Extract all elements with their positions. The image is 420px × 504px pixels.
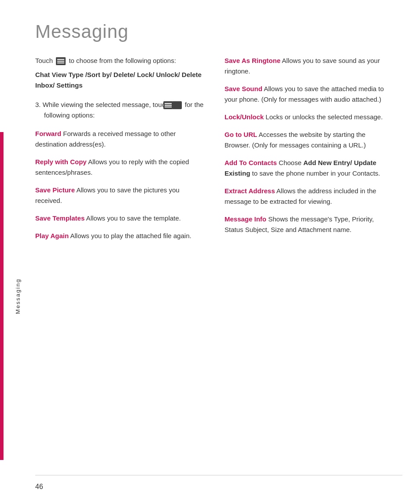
feature-add-to-contacts: Add To Contacts Choose Add New Entry/ Up… xyxy=(225,158,392,179)
feature-label-reply-with-copy: Reply with Copy xyxy=(35,158,87,166)
left-column: Touch to choose from the following optio… xyxy=(35,55,220,248)
feature-message-info: Message Info Shows the message's Type, P… xyxy=(225,214,392,235)
intro-text: Touch to choose from the following optio… xyxy=(35,55,207,66)
feature-extract-address: Extract Address Allows the address inclu… xyxy=(225,186,392,207)
feature-label-save-as-ringtone: Save As Ringtone xyxy=(225,57,280,64)
step-text: 3. While viewing the selected message, t… xyxy=(35,99,207,121)
feature-label-extract-address: Extract Address xyxy=(225,187,275,195)
feature-play-again: Play Again Allows you to play the attach… xyxy=(35,231,207,241)
svg-rect-6 xyxy=(165,105,172,106)
feature-label-lock-unlock: Lock/Unlock xyxy=(225,113,264,121)
feature-desc-save-templates: Allows you to save the template. xyxy=(85,214,181,222)
bold-options: Chat View Type /Sort by/ Delete/ Lock/ U… xyxy=(35,70,207,91)
feature-desc-add-to-contacts-pre: Choose xyxy=(277,159,303,166)
step-section: 3. While viewing the selected message, t… xyxy=(35,99,207,121)
choose-text: to choose from the following options: xyxy=(69,57,176,64)
menu-icon-touch xyxy=(56,57,66,65)
step3-text: 3. While viewing the selected message, t… xyxy=(35,101,169,108)
page-container: Messaging Messaging Touch xyxy=(0,0,420,504)
svg-rect-3 xyxy=(57,63,64,63)
svg-rect-1 xyxy=(57,59,64,60)
feature-label-go-to-url: Go to URL xyxy=(225,131,257,138)
feature-label-add-to-contacts: Add To Contacts xyxy=(225,159,277,166)
feature-label-play-again: Play Again xyxy=(35,232,69,239)
sidebar-label: Messaging xyxy=(15,278,21,314)
menu-icon-step3 xyxy=(172,101,182,109)
svg-rect-2 xyxy=(57,61,64,62)
feature-label-save-templates: Save Templates xyxy=(35,214,85,222)
feature-forward: Forward Forwards a received message to o… xyxy=(35,129,207,150)
feature-label-save-sound: Save Sound xyxy=(225,85,262,92)
intro-section: Touch to choose from the following optio… xyxy=(35,55,207,91)
feature-label-save-picture: Save Picture xyxy=(35,186,75,194)
feature-save-as-ringtone: Save As Ringtone Allows you to save soun… xyxy=(225,55,392,77)
feature-save-templates: Save Templates Allows you to save the te… xyxy=(35,213,207,224)
feature-save-picture: Save Picture Allows you to save the pict… xyxy=(35,185,207,206)
feature-desc-play-again: Allows you to play the attached file aga… xyxy=(69,232,192,239)
divider-line xyxy=(35,475,402,475)
content-area: Touch to choose from the following optio… xyxy=(35,55,402,275)
feature-label-message-info: Message Info xyxy=(225,215,266,223)
feature-go-to-url: Go to URL Accesses the website by starti… xyxy=(225,129,392,151)
touch-label: Touch xyxy=(35,57,53,64)
feature-desc-add-to-contacts-post: to save the phone number in your Contact… xyxy=(250,169,380,177)
page-number: 46 xyxy=(35,483,43,491)
feature-label-forward: Forward xyxy=(35,130,61,137)
svg-rect-7 xyxy=(165,107,172,107)
right-column: Save As Ringtone Allows you to save soun… xyxy=(220,55,392,248)
sidebar-bar xyxy=(0,132,4,460)
feature-save-sound: Save Sound Allows you to save the attach… xyxy=(225,84,392,105)
svg-rect-5 xyxy=(165,103,172,104)
feature-desc-lock-unlock: Locks or unlocks the selected message. xyxy=(264,113,383,121)
feature-lock-unlock: Lock/Unlock Locks or unlocks the selecte… xyxy=(225,112,392,122)
feature-reply-with-copy: Reply with Copy Allows you to reply with… xyxy=(35,157,207,178)
left-features-list: Forward Forwards a received message to o… xyxy=(35,129,207,241)
page-title: Messaging xyxy=(0,0,420,55)
sidebar-container: Messaging xyxy=(0,132,24,460)
